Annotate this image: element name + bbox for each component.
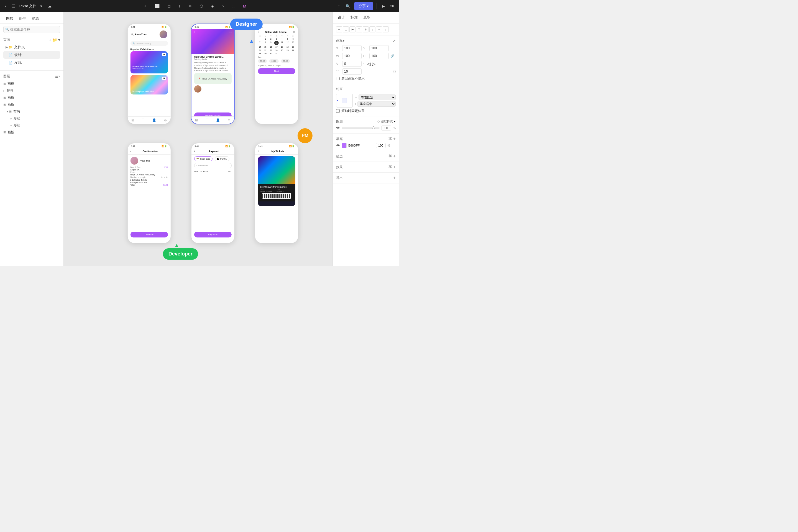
search-input[interactable] [3,26,60,33]
transform-icon[interactable]: ⬡ [198,3,205,10]
h-input[interactable] [369,53,389,59]
next-button[interactable]: Next [258,68,295,74]
layer-rect[interactable]: □ 矩形 [0,87,63,94]
layer-artboard-1[interactable]: ⊞ 画板 [0,80,63,87]
x-input[interactable] [342,45,362,51]
w-input[interactable] [342,53,362,59]
text-icon[interactable]: T [177,3,183,10]
card-number-field[interactable]: Card Number [194,163,231,168]
page-design[interactable]: 📄 设计 [3,51,60,59]
share-button[interactable]: 分享 ▾ [354,2,373,10]
folder-item[interactable]: ▶ 📁 文件夹 [3,43,60,51]
phone-4-confirmation[interactable]: 9:41 📶🔋 ‹ Confirmation Your Trip [128,143,170,243]
cal-close-btn[interactable]: ✕ [293,31,295,34]
add-fill[interactable]: + [393,136,396,141]
layers-options[interactable]: ☰× [55,75,60,78]
list-nav-2[interactable]: ☰ [205,118,208,122]
frame-icon[interactable]: ⬜ [153,3,161,10]
layer-shape-1[interactable]: ○ 形状 [0,115,63,122]
tab-prototype[interactable]: 原型 [360,12,373,23]
home-nav-icon[interactable]: ⊞ [131,118,134,122]
export-icon[interactable]: ↑ [336,3,342,10]
align-top[interactable]: ⊤ [356,26,362,33]
radius-input[interactable] [342,69,362,75]
flip-h-icon[interactable]: ◁ [367,61,370,66]
layer-style-dropdown[interactable]: ▾ [394,120,396,123]
people-stepper[interactable]: ⊖ 2 ⊕ [161,176,168,178]
tab-components[interactable]: 组件 [16,14,29,23]
fill-color-swatch[interactable] [342,143,347,148]
distribute-h[interactable]: ↔ [376,26,382,33]
tab-assets[interactable]: 资源 [29,14,41,23]
user-nav-icon[interactable]: 👤 [152,118,156,122]
menu-icon[interactable]: ☰ [10,3,17,10]
graffiti-card[interactable]: 21 Colourful Graffiti Exhibition Paintin… [130,51,168,73]
add-export[interactable]: + [393,175,396,180]
search-layers[interactable]: 🔍 [3,26,60,33]
layer-artboard-3[interactable]: ⊞ 画板 [0,101,63,108]
time-08[interactable]: 08:00 [269,59,279,63]
time-07[interactable]: 07:00 [258,59,267,63]
crop-icon[interactable]: ⬚ [230,3,237,10]
user-nav-2[interactable]: 👤 [216,118,220,122]
add-page-icon[interactable]: + [49,38,51,42]
fill-opacity-input[interactable] [376,143,386,148]
phone-2-detail[interactable]: 9:41 📶🔋 ‹ ··· Colourful Graffiti Exhibi.… [191,24,234,124]
layer-shape-2[interactable]: ○ 形状 [0,122,63,129]
align-center-h[interactable]: ⊥ [343,26,349,33]
constraint-v-select[interactable]: 垂直居中 [358,101,396,107]
align-bottom[interactable]: ↕ [369,26,376,33]
distribute-v[interactable]: ↕ [383,26,389,33]
page-discover[interactable]: 📄 发现 [3,59,60,66]
profile-nav-icon[interactable]: ⊙ [164,118,167,122]
cloud-icon[interactable]: ☁ [46,3,53,10]
layer-artboard-4[interactable]: ⊞ 画板 [0,129,63,136]
flip-v-icon[interactable]: ▷ [372,61,376,66]
back-btn-2[interactable]: ‹ [193,30,194,34]
conf-back[interactable]: ‹ [130,150,131,153]
list-nav-icon[interactable]: ☰ [141,118,145,122]
search-bar[interactable]: 🔍 Search Nearby [130,41,168,46]
back-icon[interactable]: ‹ [3,3,8,10]
resize-icon[interactable]: ⤢ [393,39,396,43]
dazzling-card[interactable]: 14 Dazzling light exhibition [130,75,168,94]
opacity-slider[interactable] [342,128,380,129]
opacity-input[interactable] [381,126,391,131]
tab-annotation[interactable]: 标注 [348,12,360,23]
collapse-icon[interactable]: ▾ [58,38,60,42]
ticket-card[interactable]: Glowing Art Perfromance Date August 24, … [258,156,295,206]
artboard-dropdown[interactable]: ▾ [343,39,344,43]
add-folder-icon[interactable]: 📁 [52,38,57,42]
tab-layers[interactable]: 图层 [3,14,16,23]
credit-card-tab[interactable]: 💳 Credit Card [194,156,212,161]
phone-3-calendar[interactable]: 9:41 📶🔋 ‹ Select date & time ✕ SMTWTFS [255,24,298,124]
phone-5-payment[interactable]: 9:41 📶🔋 ‹ Payment 💳 Credit Card [191,143,234,243]
dropdown-icon[interactable]: ▾ [39,3,44,10]
boolean-icon[interactable]: ◈ [209,3,215,10]
pen-icon[interactable]: ✏ [187,3,194,10]
tab-design[interactable]: 设计 [335,12,348,23]
phone-6-tickets[interactable]: 9:41 📶🔋 ‹ My Tickets Glowing Art Perfrom… [255,143,298,243]
ellipse-icon[interactable]: ○ [220,3,226,10]
expand-corners-icon[interactable]: ⬚ [393,70,396,73]
profile-nav-2[interactable]: ⊙ [228,118,230,122]
plus-icon[interactable]: ⊕ [166,176,168,178]
play-icon[interactable]: ▶ [380,3,386,10]
edit-btn[interactable]: Edit [164,166,168,168]
layer-layout[interactable]: ▾ ⊟ 布局 [0,108,63,115]
add-effect[interactable]: + [393,165,396,170]
paypal-tab[interactable]: 🅿 Pay Pal [215,156,229,161]
layer-artboard-2[interactable]: ⊞ 画板 [0,94,63,101]
lock-ratio-icon[interactable]: 🔗 [391,54,394,58]
app-brand[interactable]: Pixso 文件 [19,4,36,8]
pay-btn[interactable]: Pay $156 [194,232,231,238]
cal-back[interactable]: ‹ [258,31,259,34]
zoom-level[interactable]: 50 [389,3,396,9]
shape-icon[interactable]: ◻ [166,3,172,10]
continue-btn[interactable]: Continue [130,232,168,238]
align-right[interactable]: ⊢ [349,26,356,33]
more-btn-2[interactable]: ··· [229,30,232,34]
search-toolbar-icon[interactable]: 🔍 [344,3,352,10]
home-nav-2[interactable]: ⊞ [195,118,198,122]
tickets-back[interactable]: ‹ [258,150,259,153]
